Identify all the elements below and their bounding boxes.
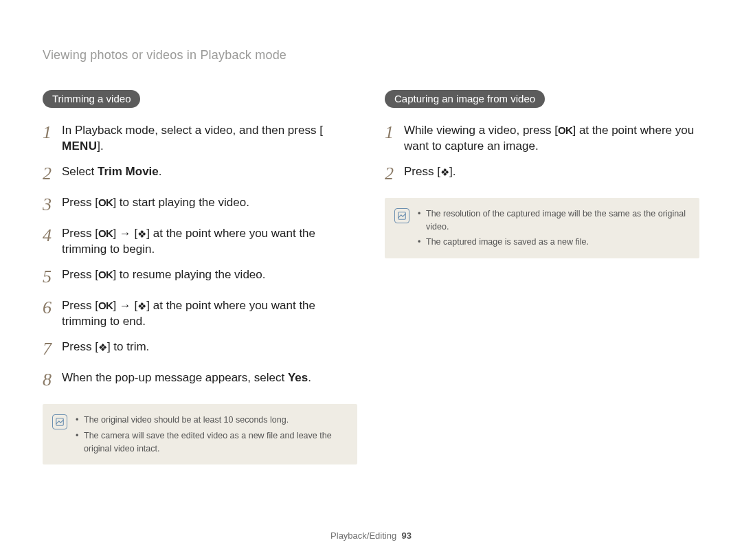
ok-icon: OK [98,196,113,210]
note-item: The camera will save the edited video as… [76,429,346,456]
step: 5Press [OK] to resume playing the video. [43,266,357,289]
step: 4Press [OK] → [❖] at the point where you… [43,225,357,258]
step-text: Select Trim Movie. [62,163,162,180]
step-number: 7 [43,337,62,361]
note-icon [394,208,409,223]
content-columns: Trimming a video 1In Playback mode, sele… [43,90,699,464]
left-column: Trimming a video 1In Playback mode, sele… [43,90,357,464]
ok-icon: OK [98,268,113,282]
flower-icon: ❖ [137,229,146,239]
step: 8When the pop-up message appears, select… [43,369,357,392]
manual-page: Viewing photos or videos in Playback mod… [0,0,742,560]
step: 7Press [❖] to trim. [43,338,357,361]
step-number: 5 [43,265,62,289]
flower-icon: ❖ [440,167,449,177]
flower-icon: ❖ [137,301,146,311]
step: 1In Playback mode, select a video, and t… [43,122,357,155]
right-steps: 1While viewing a video, press [OK] at th… [385,122,699,186]
step-text: Press [❖]. [404,163,456,180]
step-number: 2 [385,161,404,186]
footer-section: Playback/Editing [330,530,396,541]
note-list-right: The resolution of the captured image wil… [418,208,688,249]
note-box-left: The original video should be at least 10… [43,404,357,464]
step-text: Press [❖] to trim. [62,338,149,355]
menu-icon: MENU [62,139,97,155]
step-number: 8 [43,368,62,392]
step-text: Press [OK] → [❖] at the point where you … [62,297,357,330]
note-list-left: The original video should be at least 10… [76,414,346,455]
ok-icon: OK [98,227,113,240]
page-footer: Playback/Editing 93 [0,530,742,541]
note-item: The captured image is saved as a new fil… [418,236,688,249]
step: 3Press [OK] to start playing the video. [43,194,357,216]
note-box-right: The resolution of the captured image wil… [385,198,699,258]
right-column: Capturing an image from video 1While vie… [385,90,699,464]
step-number: 2 [43,161,62,186]
ok-icon: OK [98,299,113,313]
footer-page-number: 93 [401,530,411,541]
section-heading-trimming: Trimming a video [43,90,140,108]
step: 6Press [OK] → [❖] at the point where you… [43,297,357,330]
step-text: Press [OK] to resume playing the video. [62,266,265,283]
step-text: While viewing a video, press [OK] at the… [404,122,699,155]
left-steps: 1In Playback mode, select a video, and t… [43,122,357,392]
step-number: 1 [385,120,404,144]
step: 1While viewing a video, press [OK] at th… [385,122,699,155]
breadcrumb: Viewing photos or videos in Playback mod… [43,48,699,63]
step-number: 3 [43,192,62,216]
step-number: 4 [43,223,62,247]
ok-icon: OK [558,124,573,137]
note-item: The original video should be at least 10… [76,414,346,427]
flower-icon: ❖ [98,342,107,352]
step: 2Press [❖]. [385,163,699,186]
step-number: 6 [43,295,62,320]
note-icon [52,414,67,429]
note-item: The resolution of the captured image wil… [418,208,688,234]
step: 2Select Trim Movie. [43,163,357,186]
step-text: Press [OK] to start playing the video. [62,194,249,211]
step-text: In Playback mode, select a video, and th… [62,122,357,155]
step-text: When the pop-up message appears, select … [62,369,311,386]
step-text: Press [OK] → [❖] at the point where you … [62,225,357,258]
section-heading-capturing: Capturing an image from video [385,90,545,108]
step-number: 1 [43,120,62,144]
